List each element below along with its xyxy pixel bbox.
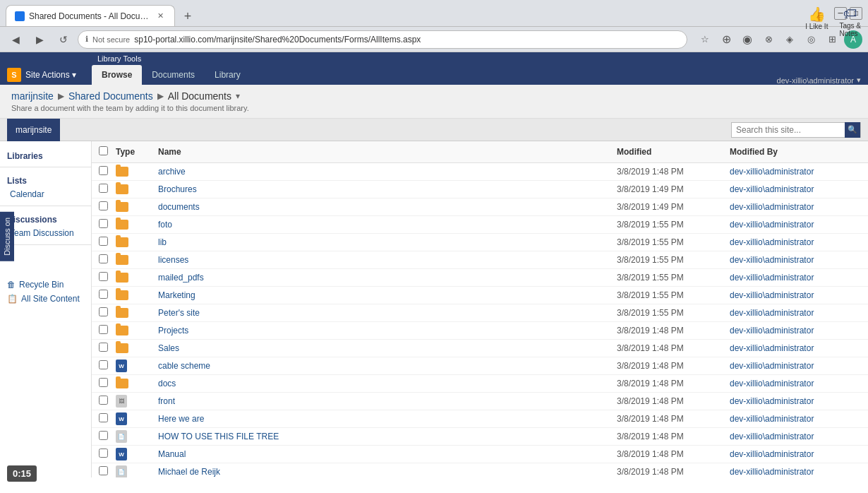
- row-name[interactable]: docs: [155, 377, 614, 390]
- row-checkbox[interactable]: [99, 219, 108, 228]
- row-checkbox[interactable]: [99, 343, 108, 352]
- search-input[interactable]: [732, 124, 845, 136]
- row-name[interactable]: mailed_pdfs: [155, 271, 614, 284]
- row-modified: 3/8/2019 1:48 PM: [614, 465, 727, 477]
- site-actions-button[interactable]: Site Actions ▾: [25, 70, 76, 80]
- active-tab[interactable]: Shared Documents - All Docum... ✕: [6, 5, 175, 26]
- sidebar-item-all-site-content[interactable]: 📋 All Site Content: [0, 292, 91, 306]
- row-modified-by[interactable]: dev-xillio\administrator: [727, 465, 868, 477]
- folder-icon: [116, 167, 128, 177]
- new-tab-button[interactable]: +: [178, 6, 198, 26]
- row-checkbox[interactable]: [99, 378, 108, 387]
- extension1-button[interactable]: ⊕: [717, 30, 735, 49]
- ribbon-tab-library[interactable]: Library: [205, 65, 251, 85]
- row-checkbox[interactable]: [99, 466, 108, 475]
- row-modified-by[interactable]: dev-xillio\administrator: [727, 218, 868, 231]
- row-checkbox[interactable]: [99, 290, 108, 299]
- row-name[interactable]: front: [155, 395, 614, 408]
- row-checkbox[interactable]: [99, 449, 108, 458]
- select-all-checkbox[interactable]: [99, 146, 108, 155]
- breadcrumb-library[interactable]: Shared Documents: [68, 90, 153, 102]
- row-modified-by[interactable]: dev-xillio\administrator: [727, 236, 868, 249]
- row-checkbox[interactable]: [99, 325, 108, 334]
- row-name[interactable]: Brochures: [155, 183, 614, 196]
- row-modified-by[interactable]: dev-xillio\administrator: [727, 377, 868, 390]
- tags-notes-button[interactable]: 🏷 Tags &Notes: [839, 6, 861, 37]
- row-checkbox[interactable]: [99, 237, 108, 246]
- row-checkbox[interactable]: [99, 413, 108, 422]
- row-name[interactable]: Manual: [155, 448, 614, 461]
- folder-icon: [116, 290, 128, 300]
- row-type-cell: W: [113, 448, 155, 461]
- row-name[interactable]: documents: [155, 201, 614, 213]
- row-checkbox[interactable]: [99, 184, 108, 193]
- row-checkbox[interactable]: [99, 431, 108, 440]
- sidebar-item-recycle-bin[interactable]: 🗑 Recycle Bin: [0, 278, 91, 292]
- tab-title: Shared Documents - All Docum...: [29, 11, 150, 21]
- row-modified-by[interactable]: dev-xillio\administrator: [727, 448, 868, 461]
- row-name[interactable]: Peter's site: [155, 307, 614, 319]
- row-checkbox[interactable]: [99, 272, 108, 281]
- row-modified-by[interactable]: dev-xillio\administrator: [727, 395, 868, 408]
- row-modified-by[interactable]: dev-xillio\administrator: [727, 342, 868, 355]
- header-modified[interactable]: Modified: [614, 144, 727, 160]
- row-name[interactable]: Michael de Reijk: [155, 465, 614, 477]
- tab-close-button[interactable]: ✕: [155, 11, 166, 22]
- row-checkbox[interactable]: [99, 201, 108, 210]
- header-type[interactable]: Type: [113, 144, 155, 160]
- row-name[interactable]: cable scheme: [155, 360, 614, 372]
- bookmark-star-button[interactable]: ☆: [696, 30, 714, 49]
- row-name[interactable]: lib: [155, 236, 614, 249]
- row-modified-by[interactable]: dev-xillio\administrator: [727, 430, 868, 443]
- row-modified-by[interactable]: dev-xillio\administrator: [727, 165, 868, 178]
- header-modified-by[interactable]: Modified By: [727, 144, 868, 160]
- discuss-on-tab[interactable]: Discuss on: [0, 212, 14, 261]
- row-modified: 3/8/2019 1:48 PM: [614, 377, 727, 390]
- row-type-cell: [113, 237, 155, 247]
- row-checkbox[interactable]: [99, 254, 108, 263]
- row-modified-by[interactable]: dev-xillio\administrator: [727, 324, 868, 337]
- ribbon-tab-browse[interactable]: Browse: [92, 65, 142, 85]
- ribbon-tab-documents[interactable]: Documents: [142, 65, 205, 85]
- address-bar[interactable]: ℹ Not secure sp10-portal.xillio.com/mari…: [78, 30, 687, 49]
- row-checkbox[interactable]: [99, 307, 108, 316]
- row-checkbox[interactable]: [99, 166, 108, 175]
- breadcrumb-site[interactable]: marijnsite: [11, 90, 54, 102]
- table-row: lib 3/8/2019 1:55 PM dev-xillio\administ…: [92, 234, 868, 251]
- row-modified-by[interactable]: dev-xillio\administrator: [727, 271, 868, 284]
- search-button[interactable]: 🔍: [845, 122, 860, 138]
- extension4-button[interactable]: ◈: [780, 30, 799, 49]
- sidebar-section-lists[interactable]: Lists: [0, 172, 91, 187]
- row-name[interactable]: Projects: [155, 324, 614, 337]
- header-name[interactable]: Name: [155, 144, 614, 160]
- row-modified-by[interactable]: dev-xillio\administrator: [727, 360, 868, 372]
- extension2-button[interactable]: ◉: [738, 30, 757, 49]
- row-modified-by[interactable]: dev-xillio\administrator: [727, 307, 868, 319]
- row-modified-by[interactable]: dev-xillio\administrator: [727, 183, 868, 196]
- site-tab[interactable]: marijnsite: [7, 119, 60, 141]
- row-type-cell: [113, 184, 155, 194]
- sidebar-item-calendar[interactable]: Calendar: [0, 187, 91, 201]
- breadcrumb-dropdown-button[interactable]: ▾: [236, 91, 240, 101]
- extension3-button[interactable]: ⊗: [759, 30, 778, 49]
- folder-icon: [116, 255, 128, 265]
- row-name[interactable]: licenses: [155, 254, 614, 266]
- reload-button[interactable]: ↺: [54, 30, 73, 49]
- row-name[interactable]: HOW TO USE THIS FILE TREE: [155, 430, 614, 443]
- i-like-it-button[interactable]: 👍 I Like It: [805, 6, 828, 30]
- row-modified-by[interactable]: dev-xillio\administrator: [727, 412, 868, 425]
- forward-button[interactable]: ▶: [30, 30, 49, 49]
- sidebar-section-libraries[interactable]: Libraries: [0, 147, 91, 162]
- row-name[interactable]: foto: [155, 218, 614, 231]
- breadcrumb: marijnsite ▶ Shared Documents ▶ All Docu…: [11, 90, 857, 102]
- row-name[interactable]: Marketing: [155, 289, 614, 302]
- back-button[interactable]: ◀: [6, 30, 25, 49]
- row-name[interactable]: Here we are: [155, 412, 614, 425]
- row-checkbox[interactable]: [99, 396, 108, 405]
- row-checkbox[interactable]: [99, 360, 108, 369]
- row-name[interactable]: archive: [155, 165, 614, 178]
- row-modified-by[interactable]: dev-xillio\administrator: [727, 201, 868, 213]
- row-name[interactable]: Sales: [155, 342, 614, 355]
- row-modified-by[interactable]: dev-xillio\administrator: [727, 254, 868, 266]
- row-modified-by[interactable]: dev-xillio\administrator: [727, 289, 868, 302]
